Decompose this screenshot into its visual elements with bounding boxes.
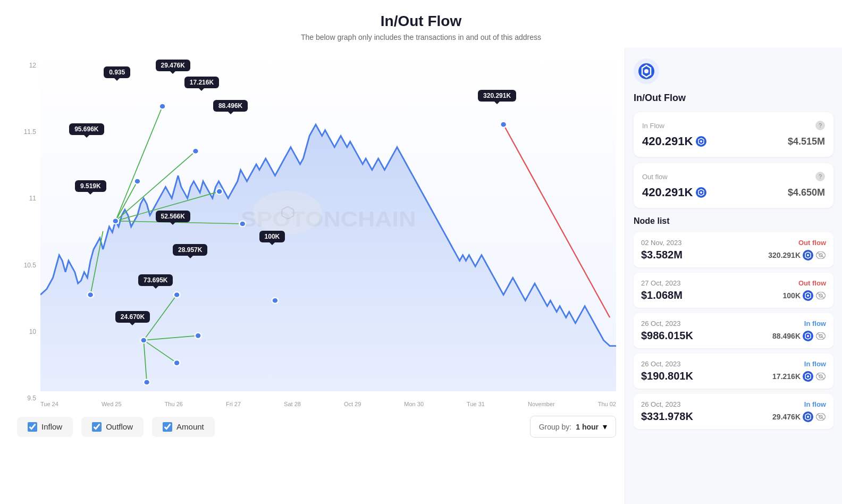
node-3-chainlink	[803, 371, 813, 382]
node-1-eye-icon[interactable]	[815, 290, 826, 301]
annotation-24670k: 24.670K	[115, 311, 150, 323]
chart-controls: Inflow Outflow Amount Group by: 1 hour ▾	[17, 407, 616, 444]
svg-point-40	[807, 295, 809, 297]
amount-legend[interactable]: Amount	[152, 417, 215, 437]
svg-point-34	[700, 191, 702, 194]
inflow-checkbox[interactable]	[28, 422, 37, 432]
svg-point-44	[807, 335, 809, 337]
x-label-sat28: Sat 28	[284, 401, 301, 407]
node-0-footer: $3.582M 320.291K	[641, 249, 826, 261]
y-label-105: 10.5	[17, 262, 36, 269]
node-2-chainlink	[803, 331, 813, 341]
svg-text:⬡: ⬡	[280, 204, 295, 222]
outflow-card: Out flow ? 420.291K $4.650M	[634, 163, 833, 208]
node-0-date: 02 Nov, 2023	[641, 239, 681, 247]
annotation-0935: 0.935	[104, 66, 130, 78]
annotation-52566k: 52.566K	[156, 211, 190, 222]
node-1-value: $1.068M	[641, 289, 683, 301]
y-label-12: 12	[17, 62, 36, 69]
node-4-amount: 29.476K	[772, 411, 826, 422]
inflow-usd-amount: $4.515M	[788, 136, 825, 147]
svg-point-11	[112, 218, 119, 224]
node-item-4: 26 Oct, 2023 In flow $331.978K 29.476K	[634, 394, 833, 429]
annotation-88496k: 88.496K	[213, 100, 248, 112]
page-title: In/Out Flow	[0, 13, 842, 30]
svg-point-36	[807, 254, 809, 256]
node-3-header: 26 Oct, 2023 In flow	[641, 360, 826, 368]
group-by-prefix: Group by:	[539, 423, 571, 431]
inflow-stat-row: 420.291K $4.515M	[642, 135, 825, 148]
svg-point-13	[134, 179, 141, 184]
node-3-value: $190.801K	[641, 370, 693, 382]
outflow-card-label: Out flow ?	[642, 172, 825, 181]
y-label-11: 11	[17, 195, 36, 202]
x-label-nov: November	[528, 401, 555, 407]
annotation-95696k: 95.696K	[69, 123, 104, 135]
svg-point-21	[174, 360, 180, 366]
chart-plot: SPOTONCHAIN ⬡ 0.935 29.476K 17.216K 95.6…	[40, 56, 616, 391]
svg-line-1	[115, 106, 162, 221]
node-0-value: $3.582M	[641, 249, 683, 261]
node-2-eye-icon[interactable]	[815, 331, 826, 341]
svg-point-16	[216, 189, 223, 195]
annotation-73695k: 73.695K	[138, 274, 173, 286]
node-item-3: 26 Oct, 2023 In flow $190.801K 17.216K	[634, 354, 833, 389]
inflow-card: In Flow ? 420.291K $4.515M	[634, 112, 833, 157]
amount-checkbox[interactable]	[163, 422, 172, 432]
node-4-footer: $331.978K 29.476K	[641, 410, 826, 423]
node-1-header: 27 Oct, 2023 Out flow	[641, 279, 826, 287]
inflow-label: Inflow	[41, 422, 62, 431]
node-2-date: 26 Oct, 2023	[641, 320, 680, 327]
annotation-17216k: 17.216K	[184, 77, 219, 88]
x-label-tue31: Tue 31	[467, 401, 485, 407]
svg-point-30	[644, 69, 649, 73]
inflow-legend[interactable]: Inflow	[17, 417, 73, 437]
node-4-header: 26 Oct, 2023 In flow	[641, 400, 826, 408]
svg-point-12	[87, 292, 94, 298]
x-label-thu26: Thu 26	[165, 401, 183, 407]
x-label-wed25: Wed 25	[102, 401, 122, 407]
outflow-legend[interactable]: Outflow	[81, 417, 144, 437]
svg-point-32	[700, 140, 702, 142]
node-0-chainlink	[803, 250, 813, 261]
svg-point-20	[195, 333, 201, 339]
inflow-chainlink-icon	[696, 136, 706, 147]
outflow-usd-amount: $4.650M	[788, 187, 825, 198]
chart-svg: SPOTONCHAIN ⬡	[40, 56, 616, 391]
node-1-footer: $1.068M 100K	[641, 289, 826, 301]
x-label-thu02: Thu 02	[598, 401, 616, 407]
node-2-header: 26 Oct, 2023 In flow	[641, 320, 826, 327]
right-panel: In/Out Flow In Flow ? 420.291K $4.515M	[625, 48, 842, 504]
node-item-1: 27 Oct, 2023 Out flow $1.068M 100K	[634, 273, 833, 308]
svg-point-19	[174, 292, 180, 298]
node-item-2: 26 Oct, 2023 In flow $986.015K 88.496K	[634, 313, 833, 348]
x-label-mon30: Mon 30	[404, 401, 424, 407]
y-label-95: 9.5	[17, 394, 36, 402]
node-3-eye-icon[interactable]	[815, 371, 826, 382]
group-by-selector[interactable]: Group by: 1 hour ▾	[530, 416, 616, 438]
outflow-info-icon[interactable]: ?	[815, 172, 825, 181]
svg-point-52	[807, 416, 809, 418]
x-axis: Tue 24 Wed 25 Thu 26 Fri 27 Sat 28 Oct 2…	[40, 401, 616, 407]
node-4-type: In flow	[804, 400, 826, 408]
chainlink-logo	[638, 63, 655, 80]
svg-point-14	[159, 104, 166, 110]
node-0-eye-icon[interactable]	[815, 250, 826, 261]
outflow-token-amount: 420.291K	[642, 186, 706, 199]
svg-point-15	[192, 148, 199, 154]
node-1-type: Out flow	[798, 279, 826, 287]
inflow-token-amount: 420.291K	[642, 135, 706, 148]
outflow-chainlink-icon	[696, 187, 706, 198]
inflow-info-icon[interactable]: ?	[815, 121, 825, 130]
y-axis: 12 11.5 11 10.5 10 9.5	[17, 56, 36, 407]
svg-point-23	[272, 298, 279, 304]
panel-title: In/Out Flow	[634, 93, 833, 104]
page-header: In/Out Flow The below graph only include…	[0, 0, 842, 48]
node-4-eye-icon[interactable]	[815, 411, 826, 422]
node-0-amount: 320.291K	[768, 250, 826, 261]
x-label-oct29: Oct 29	[344, 401, 361, 407]
outflow-checkbox[interactable]	[92, 422, 102, 432]
node-1-amount: 100K	[783, 290, 826, 301]
svg-point-22	[144, 380, 150, 385]
y-label-115: 11.5	[17, 128, 36, 136]
